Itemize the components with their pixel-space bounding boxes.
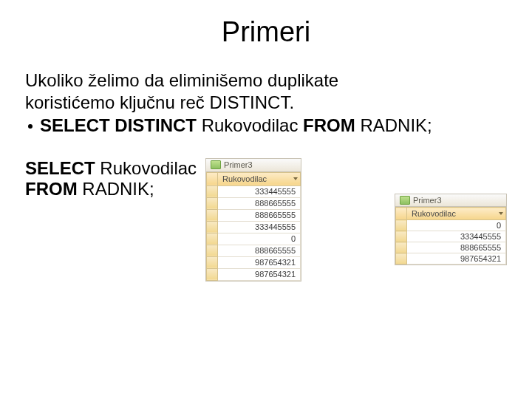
table-row: 333445555 [207, 185, 301, 197]
intro-line-1: Ukoliko želimo da eliminišemo duplikate [25, 70, 507, 91]
grid2-selector-header [396, 208, 407, 220]
grid1-selector-header [207, 172, 218, 185]
slide-title: Primeri [0, 16, 532, 48]
datasheet-icon [211, 160, 221, 169]
result-grid-distinct: Primer3 Rukovodilac 0 333445555 88866555… [395, 194, 507, 265]
table-row: 888665555 [396, 242, 506, 253]
table-row: 888665555 [207, 197, 301, 209]
datasheet-icon [400, 196, 410, 205]
query-plain-text: SELECT Rukovodilac FROM RADNIK; [25, 158, 197, 200]
table-row: 987654321 [396, 253, 506, 265]
grid1-column-header: Rukovodilac [218, 172, 301, 185]
result-grid-all: Primer3 Rukovodilac 333445555 888665555 … [205, 158, 301, 282]
kw-from-2: FROM [25, 179, 78, 199]
dropdown-icon [499, 212, 503, 215]
table-row: 888665555 [207, 245, 301, 256]
table-row: 0 [207, 233, 301, 245]
grid2-column-header: Rukovodilac [407, 208, 506, 220]
table-row: 0 [396, 220, 506, 231]
table-row: 987654321 [207, 268, 301, 280]
table-row: 333445555 [396, 231, 506, 242]
grid1-tab: Primer3 [206, 159, 301, 172]
bullet-dot-icon [28, 124, 33, 129]
table-row: 987654321 [207, 256, 301, 268]
kw-select-distinct: SELECT DISTINCT [40, 115, 197, 135]
kw-select-2: SELECT [25, 158, 95, 178]
grid2-tab: Primer3 [395, 194, 506, 207]
bullet-distinct-query: SELECT DISTINCT Rukovodilac FROM RADNIK; [28, 115, 507, 136]
dropdown-icon [293, 177, 298, 180]
table-row: 888665555 [207, 209, 301, 221]
table-row: 333445555 [207, 221, 301, 233]
kw-from-1: FROM [303, 115, 355, 135]
intro-line-2: koristićemo ključnu reč DISTINCT. [25, 92, 507, 113]
grid2-tab-label: Primer3 [413, 196, 442, 205]
grid1-tab-label: Primer3 [224, 160, 253, 170]
query-distinct-text: SELECT DISTINCT Rukovodilac FROM RADNIK; [40, 115, 432, 136]
